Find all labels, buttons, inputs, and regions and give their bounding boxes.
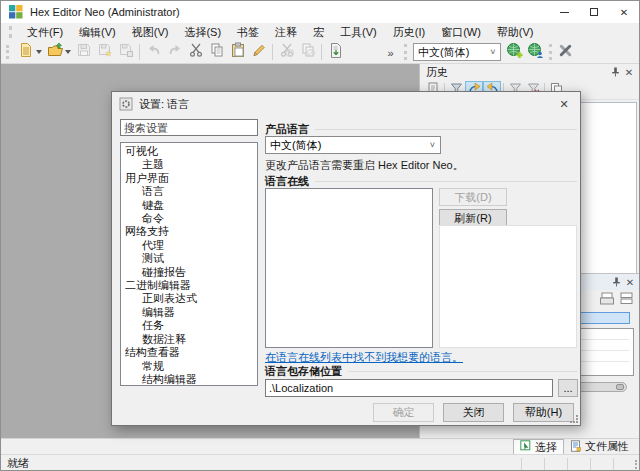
menu-item-4[interactable]: 书签 <box>229 23 267 41</box>
product-language-combo[interactable]: 中文(简体) ˅ <box>265 136 441 154</box>
restart-note: 更改产品语言需要重启 Hex Editor Neo。 <box>265 158 464 173</box>
menu-item-0[interactable]: 文件(F) <box>19 23 71 41</box>
new-file-button[interactable] <box>15 42 36 62</box>
copy-selection-button[interactable] <box>297 42 318 62</box>
tree-item[interactable]: 二进制编辑器 <box>121 279 257 292</box>
redo-button[interactable] <box>164 42 185 62</box>
page-icon[interactable] <box>599 292 615 306</box>
tree-item[interactable]: 正则表达式 <box>121 292 257 305</box>
statusbar-separator <box>590 458 591 470</box>
settings-dialog: 设置: 语言 ✕ 可视化主题用户界面语言键盘命令网络支持代理测试碰撞报告二进制编… <box>111 91 581 426</box>
export-document-button[interactable] <box>325 42 346 62</box>
tree-item[interactable]: 测试 <box>121 252 257 265</box>
close-button[interactable]: ✕ <box>609 1 639 23</box>
tree-item[interactable]: 用户界面 <box>121 172 257 185</box>
pages-icon[interactable] <box>619 292 635 306</box>
tree-item[interactable]: 结构编辑器 <box>121 373 257 386</box>
ok-button[interactable]: 确定 <box>373 403 434 422</box>
tree-item[interactable]: 命令 <box>121 212 257 225</box>
tree-item[interactable]: 编辑器 <box>121 306 257 319</box>
copy-button[interactable] <box>206 42 227 62</box>
account-globe-icon <box>527 42 544 63</box>
statusbar-separator <box>544 458 545 470</box>
tab-file-properties[interactable]: 文件属性 <box>564 439 635 454</box>
tree-item[interactable]: 键盘 <box>121 199 257 212</box>
toolbar-separator <box>139 44 140 60</box>
selection-tab-icon <box>520 440 532 454</box>
tab-label: 文件属性 <box>585 439 629 454</box>
dropdown-arrow-icon[interactable] <box>65 50 71 54</box>
save-all-button[interactable] <box>94 42 115 62</box>
toolbar-separator <box>404 44 407 60</box>
dialog-resize-grip[interactable] <box>570 415 578 423</box>
open-folder-button[interactable] <box>44 42 65 62</box>
tree-item[interactable]: 数据注释 <box>121 333 257 346</box>
pin-icon[interactable] <box>608 65 622 79</box>
minimize-button[interactable] <box>549 1 579 23</box>
undo-button[interactable] <box>143 42 164 62</box>
pin-icon[interactable] <box>609 275 623 289</box>
history-panel-title: 历史 <box>426 65 448 80</box>
slider-knob[interactable] <box>616 384 624 390</box>
toolbar-separator <box>549 44 552 60</box>
menu-item-10[interactable]: 帮助(V) <box>489 23 542 41</box>
storage-path-input[interactable] <box>265 379 553 397</box>
toolbar-language-combo[interactable]: 中文(简体)˅ <box>413 43 501 61</box>
close-icon: ✕ <box>559 98 568 111</box>
cut-selection-button[interactable] <box>276 42 297 62</box>
online-language-list[interactable] <box>265 188 433 348</box>
menu-item-3[interactable]: 选择(S) <box>176 23 229 41</box>
window-resize-grip[interactable] <box>625 460 637 471</box>
menu-item-2[interactable]: 视图(V) <box>124 23 177 41</box>
window-title: Hex Editor Neo (Administrator) <box>30 6 180 18</box>
cannot-find-language-link[interactable]: 在语言在线列表中找不到我想要的语言。 <box>265 350 463 365</box>
menu-item-6[interactable]: 宏 <box>305 23 332 41</box>
tab-selection[interactable]: 选择 <box>513 439 564 454</box>
cut-icon <box>188 42 204 62</box>
menu-item-5[interactable]: 注释 <box>267 23 305 41</box>
browse-button[interactable]: ... <box>558 379 578 397</box>
dialog-close-button2[interactable]: 关闭 <box>443 403 504 422</box>
edit-pencil-button[interactable] <box>248 42 269 62</box>
toolbar-separator <box>321 44 322 60</box>
statusbar-separator <box>567 458 568 470</box>
close-panel-icon[interactable]: ✕ <box>623 275 637 289</box>
tree-item[interactable]: 网络支持 <box>121 225 257 238</box>
tree-item[interactable]: 常规 <box>121 360 257 373</box>
maximize-icon <box>590 8 598 16</box>
download-language-globe-button[interactable] <box>504 42 525 62</box>
tree-item[interactable]: 主题 <box>121 158 257 171</box>
account-globe-button[interactable] <box>525 42 546 62</box>
statusbar-separator <box>613 458 614 470</box>
tools-button[interactable] <box>555 42 576 62</box>
edit-pencil-icon <box>251 42 267 62</box>
save-as-button[interactable] <box>115 42 136 62</box>
settings-tree[interactable]: 可视化主题用户界面语言键盘命令网络支持代理测试碰撞报告二进制编辑器正则表达式编辑… <box>120 142 258 386</box>
download-button[interactable]: 下载(D) <box>439 188 507 206</box>
cut-button[interactable] <box>185 42 206 62</box>
paste-button[interactable] <box>227 42 248 62</box>
settings-search-input[interactable] <box>120 119 258 136</box>
export-document-icon <box>328 42 344 62</box>
tree-item[interactable]: 语言 <box>121 185 257 198</box>
menu-item-8[interactable]: 历史(I) <box>385 23 433 41</box>
tree-item[interactable]: 结构查看器 <box>121 346 257 359</box>
dropdown-arrow-icon[interactable] <box>36 50 42 54</box>
tools-icon <box>557 42 574 63</box>
maximize-button[interactable] <box>579 1 609 23</box>
tree-item[interactable]: 碰撞报告 <box>121 266 257 279</box>
close-panel-icon[interactable]: ✕ <box>622 65 636 79</box>
menu-item-1[interactable]: 编辑(V) <box>71 23 124 41</box>
tree-item[interactable]: 任务 <box>121 319 257 332</box>
tree-item[interactable]: 可视化 <box>121 145 257 158</box>
save-as-icon <box>118 42 134 62</box>
tree-item[interactable]: 代理 <box>121 239 257 252</box>
menu-item-9[interactable]: 窗口(W) <box>433 23 489 41</box>
dialog-close-button[interactable]: ✕ <box>549 93 579 115</box>
save-button[interactable] <box>73 42 94 62</box>
close-icon: ✕ <box>620 7 628 18</box>
overflow-chevron-button[interactable]: » <box>380 42 401 62</box>
new-file-icon <box>18 42 34 62</box>
menu-item-7[interactable]: 工具(V) <box>332 23 385 41</box>
help-button[interactable]: 帮助(H) <box>513 403 574 422</box>
